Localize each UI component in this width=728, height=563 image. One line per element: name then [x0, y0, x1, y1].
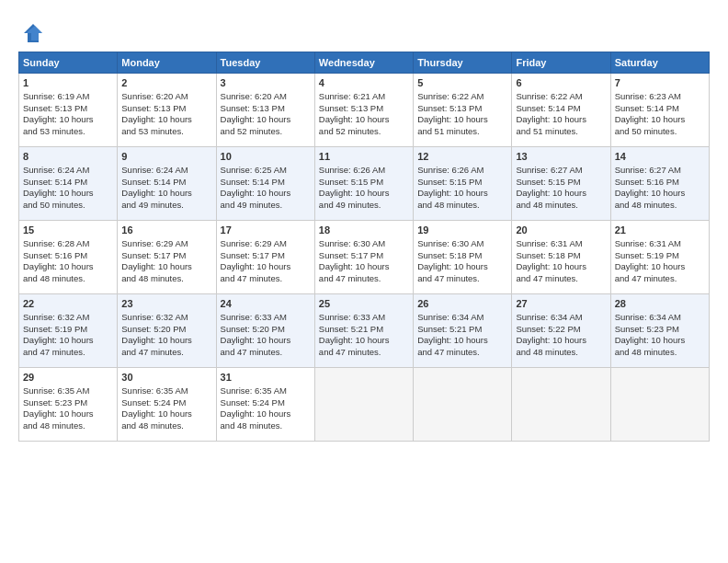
calendar-cell: 28Sunrise: 6:34 AMSunset: 5:23 PMDayligh…: [610, 294, 709, 368]
logo-icon: [18, 20, 44, 46]
calendar-cell: 4Sunrise: 6:21 AMSunset: 5:13 PMDaylight…: [314, 74, 413, 147]
day-info: Daylight: 10 hours: [121, 408, 211, 420]
day-number: 11: [319, 150, 409, 164]
day-info: Daylight: 10 hours: [417, 261, 507, 273]
day-info: and 47 minutes.: [319, 273, 409, 285]
day-info: Sunrise: 6:24 AM: [121, 165, 211, 177]
day-info: Daylight: 10 hours: [121, 335, 211, 347]
calendar-cell: 22Sunrise: 6:32 AMSunset: 5:19 PMDayligh…: [19, 294, 118, 368]
day-info: Sunrise: 6:24 AM: [23, 165, 113, 177]
day-info: Sunset: 5:14 PM: [615, 103, 705, 115]
day-info: Sunrise: 6:22 AM: [516, 91, 606, 103]
day-info: Sunrise: 6:30 AM: [417, 238, 507, 250]
day-number: 15: [23, 224, 113, 237]
day-info: and 47 minutes.: [121, 347, 211, 359]
day-info: Sunrise: 6:30 AM: [319, 238, 409, 250]
day-number: 1: [23, 76, 113, 90]
day-info: Daylight: 10 hours: [23, 408, 113, 420]
day-info: Sunrise: 6:23 AM: [615, 91, 705, 103]
day-info: Sunset: 5:13 PM: [417, 103, 507, 115]
day-info: Daylight: 10 hours: [23, 335, 113, 347]
calendar-cell: 6Sunrise: 6:22 AMSunset: 5:14 PMDaylight…: [512, 74, 610, 147]
day-info: Sunset: 5:20 PM: [121, 324, 211, 336]
day-info: Daylight: 10 hours: [319, 261, 409, 273]
day-info: and 48 minutes.: [516, 347, 606, 359]
calendar-cell: 17Sunrise: 6:29 AMSunset: 5:17 PMDayligh…: [216, 221, 314, 294]
day-number: 10: [221, 150, 311, 164]
day-info: and 47 minutes.: [319, 347, 409, 359]
calendar-week-5: 29Sunrise: 6:35 AMSunset: 5:23 PMDayligh…: [19, 368, 710, 442]
day-info: Sunrise: 6:32 AM: [23, 312, 113, 324]
day-info: Sunset: 5:17 PM: [221, 250, 311, 262]
day-number: 30: [121, 371, 211, 385]
day-info: Daylight: 10 hours: [516, 261, 606, 273]
day-number: 17: [221, 224, 311, 237]
calendar-cell: 11Sunrise: 6:26 AMSunset: 5:15 PMDayligh…: [314, 147, 413, 221]
day-number: 5: [417, 76, 507, 90]
day-info: Sunrise: 6:22 AM: [417, 91, 507, 103]
day-info: Sunrise: 6:19 AM: [23, 91, 113, 103]
day-info: Sunrise: 6:21 AM: [319, 91, 409, 103]
day-info: Sunset: 5:23 PM: [23, 397, 113, 409]
day-info: Sunrise: 6:35 AM: [221, 385, 311, 397]
calendar-cell: 12Sunrise: 6:26 AMSunset: 5:15 PMDayligh…: [414, 147, 512, 221]
day-info: and 47 minutes.: [417, 273, 507, 285]
day-info: Sunset: 5:24 PM: [221, 397, 311, 409]
day-header-friday: Friday: [512, 52, 610, 74]
day-info: Sunset: 5:17 PM: [319, 250, 409, 262]
day-info: Daylight: 10 hours: [221, 188, 311, 200]
day-info: and 48 minutes.: [121, 273, 211, 285]
calendar-week-1: 1Sunrise: 6:19 AMSunset: 5:13 PMDaylight…: [19, 74, 710, 147]
day-info: Sunset: 5:17 PM: [121, 250, 211, 262]
day-info: Sunrise: 6:31 AM: [615, 238, 705, 250]
day-info: and 48 minutes.: [221, 420, 311, 432]
day-info: Sunset: 5:19 PM: [615, 250, 705, 262]
calendar-week-2: 8Sunrise: 6:24 AMSunset: 5:14 PMDaylight…: [19, 147, 710, 221]
day-info: and 53 minutes.: [23, 126, 113, 138]
day-info: Sunset: 5:14 PM: [516, 103, 606, 115]
day-header-saturday: Saturday: [610, 52, 709, 74]
day-info: and 48 minutes.: [615, 200, 705, 212]
day-info: and 48 minutes.: [121, 420, 211, 432]
day-info: and 48 minutes.: [23, 273, 113, 285]
calendar-body: 1Sunrise: 6:19 AMSunset: 5:13 PMDaylight…: [19, 74, 710, 442]
calendar-cell: 30Sunrise: 6:35 AMSunset: 5:24 PMDayligh…: [118, 368, 216, 442]
day-number: 25: [319, 297, 409, 311]
day-info: Daylight: 10 hours: [417, 114, 507, 126]
calendar-cell: [414, 368, 512, 442]
day-number: 23: [121, 297, 211, 311]
day-number: 27: [516, 297, 606, 311]
calendar-cell: 26Sunrise: 6:34 AMSunset: 5:21 PMDayligh…: [414, 294, 512, 368]
day-info: Sunrise: 6:34 AM: [615, 312, 705, 324]
calendar-cell: [610, 368, 709, 442]
day-info: Sunrise: 6:27 AM: [516, 165, 606, 177]
day-header-monday: Monday: [118, 52, 216, 74]
day-number: 12: [417, 150, 507, 164]
day-number: 28: [615, 297, 705, 311]
day-info: Sunrise: 6:34 AM: [417, 312, 507, 324]
calendar-week-3: 15Sunrise: 6:28 AMSunset: 5:16 PMDayligh…: [19, 221, 710, 294]
calendar: SundayMondayTuesdayWednesdayThursdayFrid…: [18, 52, 710, 442]
day-info: and 47 minutes.: [23, 347, 113, 359]
calendar-cell: 18Sunrise: 6:30 AMSunset: 5:17 PMDayligh…: [314, 221, 413, 294]
day-info: Sunrise: 6:20 AM: [121, 91, 211, 103]
day-info: Daylight: 10 hours: [516, 188, 606, 200]
day-info: and 47 minutes.: [516, 273, 606, 285]
day-info: Sunset: 5:13 PM: [121, 103, 211, 115]
calendar-cell: 27Sunrise: 6:34 AMSunset: 5:22 PMDayligh…: [512, 294, 610, 368]
day-number: 29: [23, 371, 113, 385]
day-info: Sunset: 5:16 PM: [23, 250, 113, 262]
day-info: Sunrise: 6:35 AM: [121, 385, 211, 397]
day-info: and 49 minutes.: [221, 200, 311, 212]
calendar-cell: 13Sunrise: 6:27 AMSunset: 5:15 PMDayligh…: [512, 147, 610, 221]
day-info: Sunset: 5:19 PM: [23, 324, 113, 336]
day-info: Sunrise: 6:33 AM: [221, 312, 311, 324]
day-info: Sunset: 5:21 PM: [319, 324, 409, 336]
day-info: Daylight: 10 hours: [417, 335, 507, 347]
day-info: and 51 minutes.: [417, 126, 507, 138]
calendar-cell: 9Sunrise: 6:24 AMSunset: 5:14 PMDaylight…: [118, 147, 216, 221]
day-number: 16: [121, 224, 211, 237]
day-info: Daylight: 10 hours: [516, 114, 606, 126]
day-info: Sunset: 5:13 PM: [23, 103, 113, 115]
day-number: 7: [615, 76, 705, 90]
